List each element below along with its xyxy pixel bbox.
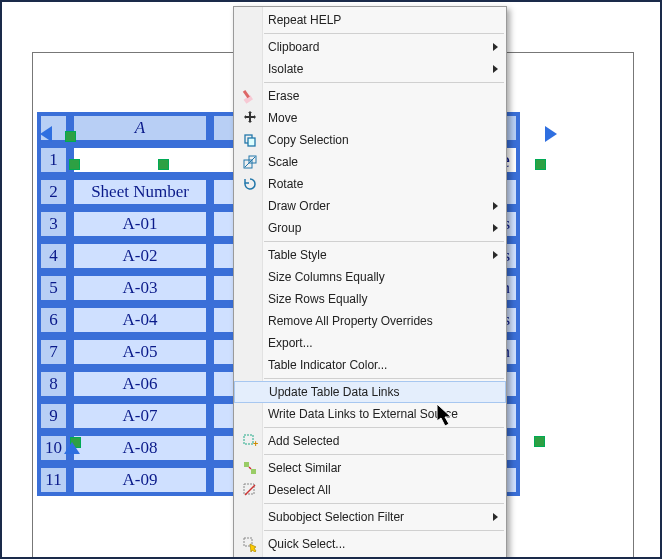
mouse-cursor <box>437 404 459 430</box>
svg-rect-3 <box>248 138 255 146</box>
svg-rect-9 <box>251 469 256 474</box>
svg-rect-10 <box>244 484 254 494</box>
column-handle-left[interactable] <box>40 126 52 142</box>
cell[interactable]: A-05 <box>70 336 210 368</box>
menu-item-table-style[interactable]: Table Style <box>234 244 506 266</box>
menu-item-size-columns-equally[interactable]: Size Columns Equally <box>234 266 506 288</box>
move-icon <box>238 110 262 126</box>
svg-text:+: + <box>253 439 258 449</box>
menu-item-label: Isolate <box>262 62 488 76</box>
row-number: 2 <box>37 176 70 208</box>
row-number: 8 <box>37 368 70 400</box>
menu-item-table-indicator-color[interactable]: Table Indicator Color... <box>234 354 506 376</box>
menu-item-label: Export... <box>262 336 488 350</box>
menu-item-label: Erase <box>262 89 488 103</box>
selection-grip[interactable] <box>69 159 80 170</box>
cell[interactable]: Sheet Number <box>70 176 210 208</box>
menu-item-label: Add Selected <box>262 434 488 448</box>
cell[interactable]: A-07 <box>70 400 210 432</box>
menu-item-label: Table Style <box>262 248 488 262</box>
menu-item-label: Quick Select... <box>262 537 488 551</box>
svg-rect-1 <box>243 90 250 98</box>
row-number: 4 <box>37 240 70 272</box>
cell[interactable]: A-02 <box>70 240 210 272</box>
menu-item-label: Deselect All <box>262 483 488 497</box>
menu-item-label: Rotate <box>262 177 488 191</box>
selection-grip[interactable] <box>534 436 545 447</box>
addsel-icon: + <box>238 433 262 449</box>
menu-item-label: Update Table Data Links <box>263 385 487 399</box>
cell[interactable]: A-03 <box>70 272 210 304</box>
menu-item-add-selected[interactable]: +Add Selected <box>234 430 506 452</box>
selection-grip[interactable] <box>65 131 76 142</box>
menu-item-label: Move <box>262 111 488 125</box>
menu-item-erase[interactable]: Erase <box>234 85 506 107</box>
cell[interactable]: A-09 <box>70 464 210 496</box>
context-menu: Repeat HELPClipboardIsolateEraseMoveCopy… <box>233 6 507 558</box>
menu-item-clipboard[interactable]: Clipboard <box>234 36 506 58</box>
row-number: 6 <box>37 304 70 336</box>
menu-item-label: Select Similar <box>262 461 488 475</box>
row-handle-bottom[interactable] <box>64 442 80 454</box>
menu-item-scale[interactable]: Scale <box>234 151 506 173</box>
menu-item-export[interactable]: Export... <box>234 332 506 354</box>
cell[interactable]: A-06 <box>70 368 210 400</box>
column-handle-right[interactable] <box>545 126 557 142</box>
row-number: 1 <box>37 144 70 176</box>
menu-item-label: Clipboard <box>262 40 488 54</box>
menu-item-label: Remove All Property Overrides <box>262 314 488 328</box>
menu-item-copy-selection[interactable]: Copy Selection <box>234 129 506 151</box>
menu-item-subobject-selection-filter[interactable]: Subobject Selection Filter <box>234 506 506 528</box>
menu-item-label: Size Columns Equally <box>262 270 488 284</box>
menu-item-group[interactable]: Group <box>234 217 506 239</box>
svg-rect-6 <box>244 435 253 444</box>
selection-grip[interactable] <box>158 159 169 170</box>
selection-grip[interactable] <box>535 159 546 170</box>
menu-item-select-similar[interactable]: Select Similar <box>234 457 506 479</box>
menu-item-label: Group <box>262 221 488 235</box>
row-number: 5 <box>37 272 70 304</box>
menu-item-label: Table Indicator Color... <box>262 358 488 372</box>
col-header-A[interactable]: A <box>70 112 210 144</box>
svg-rect-8 <box>244 462 249 467</box>
menu-item-update-table-data-links[interactable]: Update Table Data Links <box>234 381 506 403</box>
menu-item-label: Scale <box>262 155 488 169</box>
menu-item-remove-all-property-overrides[interactable]: Remove All Property Overrides <box>234 310 506 332</box>
menu-item-label: Subobject Selection Filter <box>262 510 488 524</box>
menu-item-write-data-links-to-external-source[interactable]: Write Data Links to External Source <box>234 403 506 425</box>
menu-item-label: Repeat HELP <box>262 13 488 27</box>
menu-item-label: Draw Order <box>262 199 488 213</box>
scale-icon <box>238 154 262 170</box>
menu-item-size-rows-equally[interactable]: Size Rows Equally <box>234 288 506 310</box>
desel-icon <box>238 482 262 498</box>
selsim-icon <box>238 460 262 476</box>
menu-item-label: Copy Selection <box>262 133 488 147</box>
row-number: 11 <box>37 464 70 496</box>
copy-icon <box>238 132 262 148</box>
row-number: 9 <box>37 400 70 432</box>
menu-item-quick-select[interactable]: Quick Select... <box>234 533 506 555</box>
qsel-icon <box>238 536 262 552</box>
menu-item-isolate[interactable]: Isolate <box>234 58 506 80</box>
menu-item-rotate[interactable]: Rotate <box>234 173 506 195</box>
erase-icon <box>238 88 262 104</box>
menu-item-draw-order[interactable]: Draw Order <box>234 195 506 217</box>
menu-item-label: Size Rows Equally <box>262 292 488 306</box>
menu-item-deselect-all[interactable]: Deselect All <box>234 479 506 501</box>
cell[interactable]: A-08 <box>70 432 210 464</box>
menu-item-move[interactable]: Move <box>234 107 506 129</box>
menu-item-repeat-help[interactable]: Repeat HELP <box>234 9 506 31</box>
rotate-icon <box>238 176 262 192</box>
cell[interactable]: A-04 <box>70 304 210 336</box>
row-number: 3 <box>37 208 70 240</box>
svg-marker-13 <box>437 404 451 426</box>
row-number: 7 <box>37 336 70 368</box>
cell[interactable]: A-01 <box>70 208 210 240</box>
